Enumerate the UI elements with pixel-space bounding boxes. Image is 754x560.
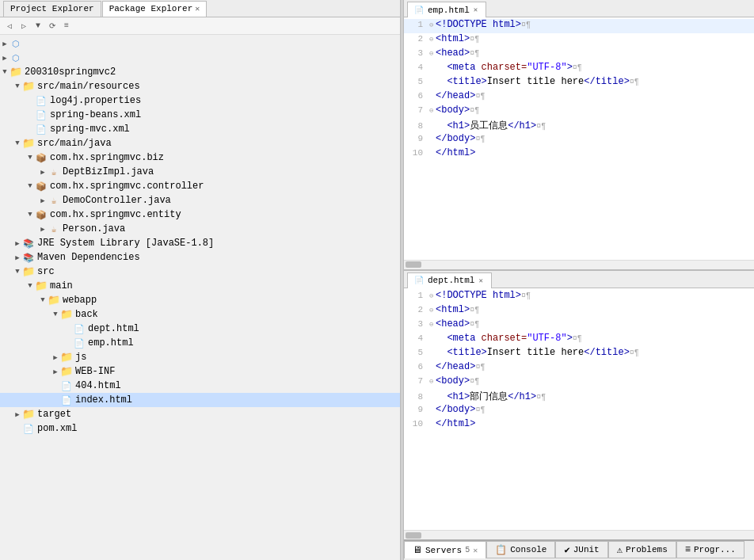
xml-file-icon: 📄	[22, 422, 35, 435]
servers-badge: 5	[465, 546, 470, 554]
editor-emp-html: 📄 emp.html ✕ 1 ⊖ <!DOCTYPE html>¤¶ 2 ⊖ <	[404, 0, 754, 271]
tab-package-explorer[interactable]: Package Explorer ✕	[102, 1, 208, 17]
tab-servers[interactable]: 🖥 Servers 5 ✕	[404, 541, 486, 558]
package-icon: 📦	[35, 151, 48, 164]
editor-tab-emp-close-icon[interactable]: ✕	[474, 6, 478, 14]
servers-label: Servers	[425, 546, 462, 555]
tab-console[interactable]: 📋 Console	[486, 541, 555, 558]
list-item[interactable]: ▶ 📚 JRE System Library [JavaSE-1.8]	[0, 236, 400, 250]
list-item[interactable]: 📄 dept.html	[0, 322, 400, 336]
expand-all-button[interactable]: ▷	[17, 20, 30, 32]
bottom-panel: 🖥 Servers 5 ✕ 📋 Console ✔ JUnit ⚠ Proble…	[404, 539, 754, 560]
tab-progress[interactable]: ≡ Progr...	[676, 541, 744, 558]
editor-tab-dept-close-icon[interactable]: ✕	[478, 276, 482, 285]
code-line: 7 ⊖ <body>¤¶	[404, 375, 754, 390]
code-area-emp[interactable]: 1 ⊖ <!DOCTYPE html>¤¶ 2 ⊖ <html>¤¶ 3 ⊖ <…	[404, 17, 754, 260]
tab-problems[interactable]: ⚠ Problems	[608, 541, 676, 558]
horizontal-scrollbar-emp[interactable]	[404, 260, 754, 269]
list-item[interactable]: 📄 spring-beans.xml	[0, 108, 400, 122]
list-item[interactable]: ▼ 📁 200310springmvc2	[0, 65, 400, 79]
folder-icon: 📁	[35, 280, 48, 292]
project-explorer-label: Project Explorer	[10, 4, 94, 13]
view-menu-button[interactable]: ▼	[32, 20, 44, 32]
list-item[interactable]: ▼ 📁 main	[0, 279, 400, 293]
collapse-all-button[interactable]: ◁	[3, 20, 16, 32]
code-line: 3 ⊖ <head>¤¶	[404, 318, 754, 333]
properties-file-icon: 📄	[35, 94, 48, 107]
package-explorer-label: Package Explorer	[109, 4, 193, 13]
list-item[interactable]: ▶ 📁 js	[0, 350, 400, 364]
list-item[interactable]: ▼ 📁 src/main/resources	[0, 79, 400, 93]
settings-button[interactable]: ≡	[60, 20, 73, 32]
code-area-dept[interactable]: 1 ⊖ <!DOCTYPE html>¤¶ 2 ⊖ <html>¤¶ 3 ⊖ <…	[404, 288, 754, 531]
list-item[interactable]: ▼ 📁 src	[0, 265, 400, 279]
chevron-down-icon: ▼	[25, 154, 35, 162]
servers-close-icon[interactable]: ✕	[473, 546, 478, 555]
editor-tab-bar-dept: 📄 dept.html ✕	[404, 271, 754, 288]
junit-icon: ✔	[564, 544, 569, 556]
list-item[interactable]: 📄 pom.xml	[0, 421, 400, 436]
code-line: 9 </body>¤¶	[404, 404, 754, 418]
list-item[interactable]: ▶ 📁 target	[0, 407, 400, 421]
chevron-down-icon: ▼	[51, 310, 60, 318]
tab-project-explorer[interactable]: Project Explorer	[3, 1, 101, 17]
editor-tab-bar-emp: 📄 emp.html ✕	[404, 0, 754, 17]
chevron-right-icon: ▶	[0, 40, 10, 48]
list-item[interactable]: ▼ 📁 src/main/java	[0, 136, 400, 150]
problems-label: Problems	[626, 545, 668, 554]
problems-icon: ⚠	[617, 544, 623, 556]
scroll-thumb[interactable]	[406, 261, 421, 268]
list-item[interactable]: ▶ ⬡	[0, 36, 400, 51]
list-item[interactable]: 📄 index.html	[0, 393, 400, 407]
project-icon: ⬡	[10, 51, 22, 64]
list-item[interactable]: ▶ ☕ DeptBizImpl.java	[0, 165, 400, 179]
list-item[interactable]: 📄 log4j.properties	[0, 93, 400, 108]
chevron-down-icon: ▼	[25, 211, 35, 219]
list-item[interactable]: ▼ 📦 com.hx.springmvc.controller	[0, 179, 400, 193]
tab-junit[interactable]: ✔ JUnit	[555, 541, 607, 558]
code-line: 9 </body>¤¶	[404, 133, 754, 147]
list-item[interactable]: ▶ ☕ Person.java	[0, 222, 400, 236]
editor-tab-emp[interactable]: 📄 emp.html ✕	[407, 2, 486, 17]
java-file-icon: ☕	[48, 194, 60, 207]
xml-file-icon: 📄	[35, 123, 48, 135]
explorer-toolbar: ◁ ▷ ▼ ⟳ ≡	[0, 17, 400, 35]
code-line: 6 </head>¤¶	[404, 361, 754, 375]
package-explorer-close-icon[interactable]: ✕	[195, 4, 200, 13]
html-file-icon: 📄	[73, 322, 86, 335]
scroll-thumb[interactable]	[406, 532, 421, 539]
list-item[interactable]: 📄 emp.html	[0, 336, 400, 350]
chevron-right-icon: ▶	[38, 196, 48, 205]
list-item[interactable]: ▼ 📁 webapp	[0, 293, 400, 307]
chevron-down-icon: ▼	[38, 296, 48, 304]
project-icon: ⬡	[10, 37, 22, 50]
list-item[interactable]: ▶ 📁 WEB-INF	[0, 364, 400, 379]
sync-button[interactable]: ⟳	[46, 20, 59, 32]
chevron-down-icon: ▼	[25, 282, 35, 290]
html-file-icon: 📄	[73, 337, 86, 349]
list-item[interactable]: ▶ ⬡	[0, 51, 400, 65]
list-item[interactable]: ▼ 📦 com.hx.springmvc.entity	[0, 208, 400, 222]
folder-icon: 📁	[22, 80, 35, 93]
chevron-right-icon: ▶	[13, 239, 22, 248]
console-label: Console	[510, 545, 546, 554]
code-line: 1 ⊖ <!DOCTYPE html>¤¶	[404, 290, 754, 304]
chevron-down-icon: ▼	[25, 182, 35, 190]
html-tab-icon: 📄	[414, 276, 424, 285]
list-item[interactable]: 📄 404.html	[0, 379, 400, 393]
chevron-right-icon: ▶	[38, 168, 48, 177]
chevron-right-icon: ▶	[38, 225, 48, 234]
left-panel: Project Explorer Package Explorer ✕ ◁ ▷ …	[0, 0, 400, 560]
list-item[interactable]: ▶ ☕ DemoController.java	[0, 193, 400, 208]
editor-tab-emp-label: emp.html	[428, 6, 470, 15]
progress-label: Progr...	[694, 545, 736, 554]
list-item[interactable]: ▼ 📦 com.hx.springmvc.biz	[0, 150, 400, 165]
editor-tab-dept[interactable]: 📄 dept.html ✕	[407, 272, 492, 288]
horizontal-scrollbar-dept[interactable]	[404, 530, 754, 539]
folder-icon: 📁	[48, 294, 60, 307]
html-tab-icon: 📄	[414, 6, 424, 15]
code-line: 2 ⊖ <html>¤¶	[404, 304, 754, 318]
list-item[interactable]: 📄 spring-mvc.xml	[0, 122, 400, 136]
list-item[interactable]: ▶ 📚 Maven Dependencies	[0, 250, 400, 265]
list-item[interactable]: ▼ 📁 back	[0, 307, 400, 322]
